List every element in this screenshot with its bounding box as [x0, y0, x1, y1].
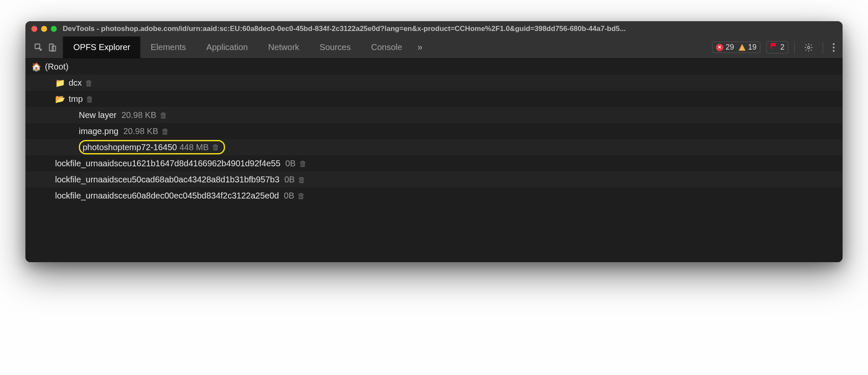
- delete-button[interactable]: 🗑: [86, 95, 94, 104]
- settings-button[interactable]: [801, 43, 817, 52]
- tree-file[interactable]: image.png 20.98 KB🗑: [25, 123, 843, 139]
- console-counters[interactable]: 29 19: [712, 42, 760, 53]
- delete-button[interactable]: 🗑: [160, 111, 167, 120]
- highlighted-entry: photoshoptemp72-16450 448 MB🗑: [79, 140, 225, 154]
- errors-counter: 29: [716, 43, 734, 52]
- device-toolbar-icon[interactable]: [47, 43, 57, 52]
- svg-rect-2: [52, 46, 56, 51]
- home-icon: 🏠: [31, 62, 42, 72]
- tree-file[interactable]: lockfile_urnaaidsceu60a8dec00ec045bd834f…: [25, 188, 843, 204]
- svg-point-5: [833, 46, 835, 48]
- entry-name: lockfile_urnaaidsceu1621b1647d8d4166962b…: [55, 159, 281, 168]
- entry-name: lockfile_urnaaidsceu60a8dec00ec045bd834f…: [55, 191, 279, 200]
- delete-button[interactable]: 🗑: [298, 192, 305, 200]
- minimize-window-button[interactable]: [41, 26, 47, 32]
- tree-entry: image.png 20.98 KB🗑: [79, 126, 169, 136]
- tab-console[interactable]: Console: [361, 36, 412, 58]
- tree-entry: 📁dcx🗑: [55, 78, 93, 88]
- tree-entry: lockfile_urnaaidsceu60a8dec00ec045bd834f…: [55, 191, 305, 201]
- delete-button[interactable]: 🗑: [212, 143, 220, 152]
- tree-file[interactable]: photoshoptemp72-16450 448 MB🗑: [25, 139, 843, 155]
- inspect-element-icon[interactable]: [34, 43, 43, 52]
- entry-name: photoshoptemp72-16450: [83, 143, 177, 152]
- tree-folder[interactable]: 📁dcx🗑: [25, 75, 843, 91]
- tabs-overflow-button[interactable]: »: [412, 36, 428, 58]
- separator: [794, 42, 795, 53]
- titlebar: DevTools - photoshop.adobe.com/id/urn:aa…: [25, 21, 843, 36]
- entry-name: lockfile_urnaaidsceu50cad68ab0ac43428a8d…: [55, 175, 279, 184]
- zoom-window-button[interactable]: [51, 26, 57, 32]
- root-label: (Root): [45, 62, 69, 72]
- delete-button[interactable]: 🗑: [298, 176, 306, 184]
- tree-entry: New layer 20.98 KB🗑: [79, 110, 167, 120]
- tabs: OPFS Explorer Elements Application Netwo…: [63, 36, 428, 58]
- warning-icon: [738, 44, 746, 51]
- delete-button[interactable]: 🗑: [161, 127, 169, 136]
- entry-size: 0B: [281, 191, 294, 200]
- tab-network[interactable]: Network: [258, 36, 309, 58]
- window-controls: [31, 26, 57, 32]
- warnings-counter: 19: [738, 43, 757, 52]
- tree-entry: 📂tmp🗑: [55, 94, 94, 104]
- tree-folder[interactable]: 📂tmp🗑: [25, 91, 843, 107]
- inspect-tools: [28, 36, 63, 58]
- entry-name: tmp: [69, 94, 83, 104]
- opfs-tree-panel: 🏠(Root)📁dcx🗑📂tmp🗑New layer 20.98 KB🗑imag…: [25, 59, 843, 262]
- errors-count: 29: [726, 43, 734, 52]
- delete-button[interactable]: 🗑: [85, 79, 93, 87]
- entry-size: 448 MB: [179, 143, 209, 152]
- delete-button[interactable]: 🗑: [299, 160, 307, 168]
- svg-point-3: [807, 46, 810, 49]
- tab-sources[interactable]: Sources: [309, 36, 361, 58]
- separator: [823, 42, 823, 53]
- tree-entry: lockfile_urnaaidsceu50cad68ab0ac43428a8d…: [55, 175, 306, 185]
- entry-name: New layer: [79, 110, 117, 120]
- folder-open-icon: 📂: [55, 95, 65, 104]
- window-title: DevTools - photoshop.adobe.com/id/urn:aa…: [63, 25, 837, 33]
- close-window-button[interactable]: [31, 26, 37, 32]
- more-button[interactable]: [829, 43, 838, 52]
- tab-elements[interactable]: Elements: [140, 36, 196, 58]
- entry-size: 0B: [283, 159, 296, 168]
- tab-opfs-explorer[interactable]: OPFS Explorer: [63, 36, 140, 58]
- entry-name: dcx: [69, 78, 82, 87]
- entry-size: 0B: [282, 175, 295, 184]
- tree-entry: lockfile_urnaaidsceu1621b1647d8d4166962b…: [55, 159, 307, 168]
- tab-application[interactable]: Application: [196, 36, 258, 58]
- entry-size: 20.98 KB: [121, 126, 158, 136]
- svg-point-4: [833, 43, 835, 45]
- svg-point-6: [833, 50, 835, 51]
- tree-file[interactable]: lockfile_urnaaidsceu1621b1647d8d4166962b…: [25, 155, 843, 171]
- tree-file[interactable]: lockfile_urnaaidsceu50cad68ab0ac43428a8d…: [25, 171, 843, 188]
- entry-size: 20.98 KB: [119, 110, 156, 120]
- issues-icon: [770, 42, 778, 52]
- entry-name: image.png: [79, 126, 118, 136]
- devtools-window: DevTools - photoshop.adobe.com/id/urn:aa…: [25, 21, 843, 262]
- folder-icon: 📁: [55, 78, 65, 87]
- tree-file[interactable]: New layer 20.98 KB🗑: [25, 107, 843, 123]
- warnings-count: 19: [748, 43, 757, 52]
- issues-count: 2: [780, 43, 785, 52]
- tabbar-status: 29 19 2: [708, 36, 843, 58]
- svg-rect-1: [50, 44, 53, 51]
- issues-counter[interactable]: 2: [766, 41, 788, 53]
- tabbar: OPFS Explorer Elements Application Netwo…: [25, 36, 843, 59]
- tree-root[interactable]: 🏠(Root): [25, 59, 843, 75]
- error-icon: [716, 44, 723, 51]
